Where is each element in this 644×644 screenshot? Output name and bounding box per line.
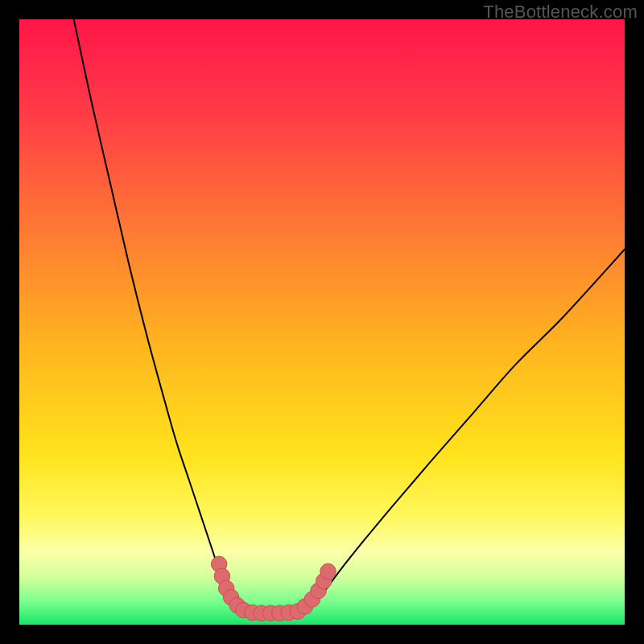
plot-area <box>19 19 625 625</box>
outer-frame: TheBottleneck.com <box>0 0 644 644</box>
chart-background <box>19 19 625 625</box>
chart-svg <box>19 19 625 625</box>
marker-dot <box>320 564 336 580</box>
watermark-text: TheBottleneck.com <box>483 2 638 23</box>
